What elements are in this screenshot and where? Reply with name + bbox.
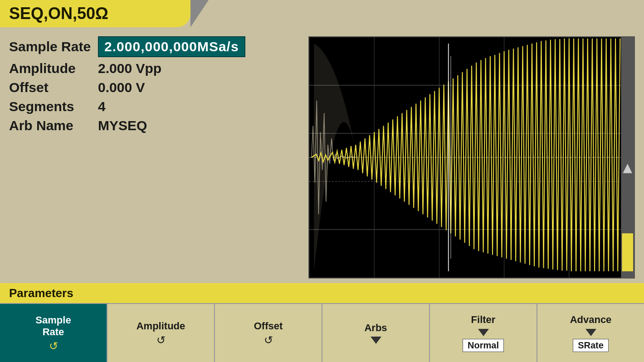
sample-rate-button-label: SampleRate [35, 314, 71, 338]
arbs-arrow-down-icon [371, 337, 381, 344]
segments-row: Segments 4 [9, 99, 299, 114]
amplitude-button[interactable]: Amplitude ↺ [107, 304, 215, 362]
advance-button-label: Advance [570, 314, 612, 326]
sample-rate-label: Sample Rate [9, 39, 91, 54]
arb-name-value: MYSEQ [98, 118, 147, 133]
main-content: Sample Rate 2.000,000,000MSa/s Amplitude… [0, 27, 644, 283]
offset-row: Offset 0.000 V [9, 80, 299, 95]
parameters-bar: Parameters [0, 283, 644, 303]
amplitude-row: Amplitude 2.000 Vpp [9, 61, 299, 76]
filter-button-label: Filter [471, 314, 496, 326]
button-bar: SampleRate ↺ Amplitude ↺ Offset ↺ Arbs F… [0, 303, 644, 362]
refresh-icon-2: ↺ [156, 335, 166, 346]
offset-button[interactable]: Offset ↺ [215, 304, 322, 362]
svg-rect-14 [622, 233, 633, 271]
filter-button[interactable]: Filter Normal [430, 304, 537, 362]
offset-value: 0.000 V [98, 80, 145, 95]
arb-name-label: Arb Name [9, 118, 91, 133]
waveform-svg [309, 37, 634, 278]
sample-rate-row: Sample Rate 2.000,000,000MSa/s [9, 36, 299, 57]
advance-button[interactable]: Advance SRate [537, 304, 644, 362]
arbs-button-label: Arbs [364, 322, 387, 334]
segments-label: Segments [9, 99, 91, 114]
waveform-panel [308, 36, 635, 279]
amplitude-value: 2.000 Vpp [98, 61, 161, 76]
advance-button-sub: SRate [573, 339, 609, 352]
sample-rate-value[interactable]: 2.000,000,000MSa/s [98, 36, 245, 57]
info-panel: Sample Rate 2.000,000,000MSa/s Amplitude… [9, 36, 299, 279]
offset-button-label: Offset [254, 320, 283, 332]
arbs-button[interactable]: Arbs [322, 304, 430, 362]
refresh-icon-1: ↺ [49, 341, 58, 352]
advance-arrow-down-icon [585, 329, 596, 336]
header-title: SEQ,ON,50Ω [9, 4, 108, 23]
segments-value: 4 [98, 99, 106, 114]
screen: SEQ,ON,50Ω Sample Rate 2.000,000,000MSa/… [0, 0, 644, 362]
sample-rate-button[interactable]: SampleRate ↺ [0, 304, 107, 362]
filter-button-sub: Normal [463, 339, 504, 352]
parameters-label: Parameters [9, 286, 73, 300]
amplitude-label: Amplitude [9, 61, 91, 76]
header-tab: SEQ,ON,50Ω [0, 0, 190, 27]
refresh-icon-3: ↺ [264, 335, 273, 346]
filter-arrow-down-icon [478, 329, 489, 336]
arb-name-row: Arb Name MYSEQ [9, 118, 299, 133]
amplitude-button-label: Amplitude [137, 320, 185, 332]
offset-label: Offset [9, 80, 91, 95]
